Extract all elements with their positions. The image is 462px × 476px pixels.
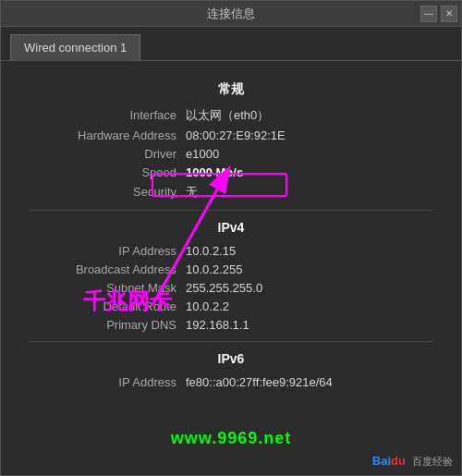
label-ip-address: IP Address bbox=[29, 244, 176, 258]
value-default-route: 10.0.2.2 bbox=[186, 299, 229, 313]
label-subnet-mask: Subnet Mask bbox=[29, 281, 176, 295]
row-default-route: Default Route 10.0.2.2 bbox=[29, 299, 433, 313]
main-window: 连接信息 — ✕ Wired connection 1 常规 Interface… bbox=[0, 0, 462, 476]
value-hardware-address: 08:00:27:E9:92:1E bbox=[186, 128, 286, 142]
row-subnet-mask: Subnet Mask 255.255.255.0 bbox=[29, 281, 433, 295]
label-driver: Driver bbox=[29, 147, 176, 161]
section-ipv6-title: IPv6 bbox=[29, 351, 433, 366]
row-ipv6-address: IP Address fe80::a00:27ff:fee9:921e/64 bbox=[29, 375, 433, 389]
content-area: 常规 Interface 以太网（eth0） Hardware Address … bbox=[1, 61, 461, 475]
value-primary-dns: 192.168.1.1 bbox=[186, 318, 249, 332]
section-general-title: 常规 bbox=[29, 81, 433, 98]
value-subnet-mask: 255.255.255.0 bbox=[186, 281, 262, 295]
tab-wired-connection[interactable]: Wired connection 1 bbox=[10, 34, 140, 60]
row-speed: Speed 1000 Mb/s bbox=[29, 165, 433, 179]
window-controls: — ✕ bbox=[420, 1, 457, 26]
row-security: Security 无 bbox=[29, 184, 433, 201]
row-interface: Interface 以太网（eth0） bbox=[29, 107, 433, 124]
label-hardware-address: Hardware Address bbox=[29, 128, 176, 142]
value-interface: 以太网（eth0） bbox=[186, 107, 269, 124]
row-broadcast-address: Broadcast Address 10.0.2.255 bbox=[29, 262, 433, 276]
window-title: 连接信息 bbox=[207, 6, 255, 22]
tab-bar: Wired connection 1 bbox=[1, 27, 461, 61]
label-ipv6-address: IP Address bbox=[29, 375, 176, 389]
close-button[interactable]: ✕ bbox=[441, 6, 457, 22]
value-driver: e1000 bbox=[186, 147, 219, 161]
row-driver: Driver e1000 bbox=[29, 147, 433, 161]
label-interface: Interface bbox=[29, 108, 176, 122]
label-default-route: Default Route bbox=[29, 299, 176, 313]
label-broadcast-address: Broadcast Address bbox=[29, 262, 176, 276]
section-ipv4-title: IPv4 bbox=[29, 220, 433, 235]
label-security: Security bbox=[29, 185, 176, 199]
divider-1 bbox=[29, 210, 433, 211]
title-bar: 连接信息 — ✕ bbox=[1, 1, 461, 27]
value-ipv6-address: fe80::a00:27ff:fee9:921e/64 bbox=[186, 375, 333, 389]
row-hardware-address: Hardware Address 08:00:27:E9:92:1E bbox=[29, 128, 433, 142]
value-speed: 1000 Mb/s bbox=[186, 165, 243, 179]
label-primary-dns: Primary DNS bbox=[29, 318, 176, 332]
label-speed: Speed bbox=[29, 165, 176, 179]
divider-2 bbox=[29, 341, 433, 342]
value-broadcast-address: 10.0.2.255 bbox=[186, 262, 242, 276]
minimize-button[interactable]: — bbox=[420, 6, 437, 22]
value-ip-address: 10.0.2.15 bbox=[186, 244, 236, 258]
row-primary-dns: Primary DNS 192.168.1.1 bbox=[29, 318, 433, 332]
row-ip-address: IP Address 10.0.2.15 bbox=[29, 244, 433, 258]
value-security: 无 bbox=[186, 184, 198, 201]
